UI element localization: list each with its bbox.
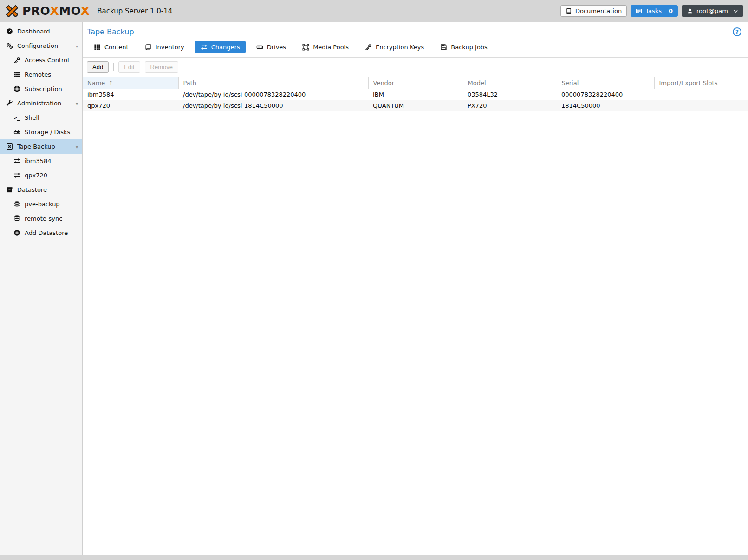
sidebar-item-datastore[interactable]: Datastore (0, 182, 82, 197)
toolbar-separator (113, 63, 114, 71)
sidebar-item-add-datastore[interactable]: Add Datastore (0, 226, 82, 240)
database-icon (13, 201, 21, 208)
logo-text: PROXMOX (22, 5, 90, 17)
tab-drives[interactable]: Drives (251, 41, 292, 53)
tape-icon (6, 143, 13, 150)
cell-name: qpx720 (83, 100, 178, 111)
cell-serial: 1814C50000 (557, 100, 654, 111)
cell-import-export-slots (654, 100, 748, 111)
edit-button[interactable]: Edit (118, 61, 140, 73)
question-circle-icon[interactable]: ? (733, 27, 741, 36)
key-icon (13, 57, 21, 64)
exchange-icon (13, 172, 21, 179)
gears-icon (6, 42, 13, 50)
sidebar-item-pve-backup[interactable]: pve-backup (0, 197, 82, 211)
server-list-icon (13, 71, 21, 78)
column-header-name[interactable]: Name↑ (83, 77, 178, 89)
page-title: Tape Backup (87, 27, 134, 36)
tab-changers[interactable]: Changers (195, 41, 246, 53)
terminal-icon: >_ (13, 114, 21, 122)
sidebar-item-shell[interactable]: >_ Shell (0, 111, 82, 125)
changers-table: Name↑ Path Vendor Model Serial Import/Ex… (83, 77, 748, 111)
documentation-button[interactable]: Documentation (560, 5, 627, 17)
cell-path: /dev/tape/by-id/scsi-1814C50000 (178, 100, 368, 111)
tab-inventory[interactable]: Inventory (139, 41, 190, 53)
object-group-icon (302, 44, 309, 51)
life-ring-icon (13, 85, 21, 93)
sidebar-item-tape-backup[interactable]: Tape Backup ▾ (0, 139, 82, 154)
exchange-icon (13, 157, 21, 165)
sort-asc-icon: ↑ (108, 80, 113, 86)
collapse-arrow-icon[interactable]: ▾ (76, 43, 78, 48)
plus-circle-icon (13, 229, 21, 237)
tab-media-pools[interactable]: Media Pools (297, 41, 354, 53)
hdd-icon (13, 129, 21, 136)
tab-backup-jobs[interactable]: Backup Jobs (435, 41, 493, 53)
database-icon (13, 215, 21, 222)
user-menu-button[interactable]: root@pam (682, 5, 743, 17)
table-row[interactable]: ibm3584 /dev/tape/by-id/scsi-00000783282… (83, 89, 748, 100)
cell-path: /dev/tape/by-id/scsi-0000078328220400 (178, 89, 368, 100)
product-version-label: Backup Server 1.0-14 (97, 7, 172, 15)
sidebar-item-administration[interactable]: Administration ▾ (0, 96, 82, 111)
task-list-icon (636, 8, 642, 14)
cell-serial: 0000078328220400 (557, 89, 654, 100)
grid-toolbar: Add Edit Remove (83, 58, 748, 77)
cell-model: PX720 (463, 100, 557, 111)
remove-button[interactable]: Remove (145, 61, 178, 73)
table-row[interactable]: qpx720 /dev/tape/by-id/scsi-1814C50000 Q… (83, 100, 748, 111)
cell-vendor: IBM (368, 89, 463, 100)
sidebar-item-remotes[interactable]: Remotes (0, 67, 82, 82)
column-header-model[interactable]: Model (463, 77, 557, 89)
proxmox-logo: PROXMOX (5, 4, 90, 18)
column-header-path[interactable]: Path (178, 77, 368, 89)
key-icon (365, 44, 372, 51)
grid-icon (94, 44, 101, 51)
proxmox-x-icon (5, 4, 20, 18)
cell-model: 03584L32 (463, 89, 557, 100)
collapse-arrow-icon[interactable]: ▾ (76, 101, 78, 106)
save-icon (440, 44, 447, 51)
sidebar-item-dashboard[interactable]: Dashboard (0, 24, 82, 39)
cell-vendor: QUANTUM (368, 100, 463, 111)
top-bar: PROXMOX Backup Server 1.0-14 Documentati… (0, 0, 748, 22)
content-panel: Tape Backup ? Content Inventory Changers… (83, 22, 748, 555)
exchange-icon (201, 44, 208, 51)
sidebar-item-remote-sync[interactable]: remote-sync (0, 211, 82, 226)
cell-name: ibm3584 (83, 89, 178, 100)
tab-content[interactable]: Content (88, 41, 134, 53)
sidebar-item-qpx720[interactable]: qpx720 (0, 168, 82, 182)
book-icon (566, 8, 572, 14)
wrench-icon (6, 100, 13, 107)
tab-bar: Content Inventory Changers Drives Media … (83, 38, 748, 58)
sidebar-item-configuration[interactable]: Configuration ▾ (0, 39, 82, 53)
column-header-vendor[interactable]: Vendor (368, 77, 463, 89)
sidebar-item-subscription[interactable]: Subscription (0, 82, 82, 96)
book-icon (145, 44, 152, 51)
chevron-down-icon (733, 9, 738, 13)
tape-drive-icon (256, 44, 263, 51)
table-header-row: Name↑ Path Vendor Model Serial Import/Ex… (83, 77, 748, 89)
tasks-count-badge: 0 (669, 7, 673, 14)
tasks-button[interactable]: Tasks 0 (631, 5, 678, 17)
user-icon (687, 8, 693, 14)
sidebar-item-storage-disks[interactable]: Storage / Disks (0, 125, 82, 139)
archive-icon (6, 186, 13, 194)
column-header-import-export-slots[interactable]: Import/Export Slots (654, 77, 748, 89)
sidebar-nav: Dashboard Configuration ▾ Access Control… (0, 22, 83, 555)
column-header-serial[interactable]: Serial (557, 77, 654, 89)
tab-encryption-keys[interactable]: Encryption Keys (359, 41, 429, 53)
sidebar-item-access-control[interactable]: Access Control (0, 53, 82, 67)
tachometer-icon (6, 28, 13, 35)
collapse-arrow-icon[interactable]: ▾ (76, 144, 78, 149)
cell-import-export-slots (654, 89, 748, 100)
add-button[interactable]: Add (87, 61, 109, 73)
sidebar-item-ibm3584[interactable]: ibm3584 (0, 154, 82, 168)
